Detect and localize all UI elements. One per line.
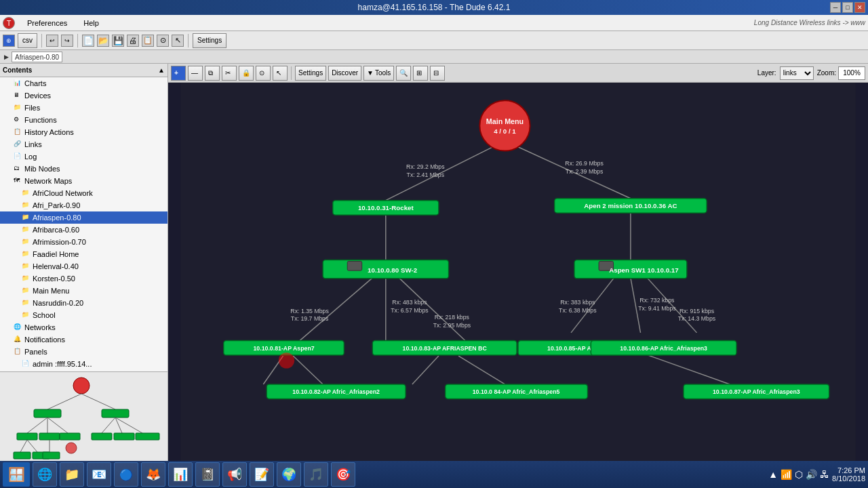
taskbar-mail[interactable]: 📧 — [87, 462, 111, 487]
tree-label-22: Panels — [24, 348, 47, 356]
undo-button[interactable]: ↩ — [46, 35, 58, 47]
addr-arrow: ▶ — [4, 54, 9, 60]
lasso-map-button[interactable]: ⊙ — [256, 66, 271, 81]
sidebar-tree[interactable]: 📊Charts🖥Devices📁Files⚙Functions📋History … — [0, 77, 167, 371]
sidebar-item-20[interactable]: 🌐Networks — [0, 321, 167, 333]
sidebar-item-2[interactable]: 📁Files — [0, 102, 167, 114]
layer-select[interactable]: links nodes — [780, 66, 814, 80]
sidebar-scroll-up[interactable]: ▲ — [158, 66, 165, 74]
sidebar-item-1[interactable]: 🖥Devices — [0, 89, 167, 102]
zoom-fit-button[interactable]: ⊞ — [413, 66, 428, 81]
sidebar-item-19[interactable]: 📁School — [0, 309, 167, 321]
svg-line-8 — [102, 418, 115, 433]
sidebar-item-17[interactable]: 📁Main Menu — [0, 285, 167, 297]
svg-text:Rx:  26.9 Mbps: Rx: 26.9 Mbps — [565, 160, 604, 167]
taskbar-clock: 7:26 PM 8/10/2018 — [832, 466, 865, 483]
zoom-input[interactable]: 100% — [838, 66, 865, 80]
taskbar-app2[interactable]: 🎯 — [331, 462, 355, 487]
sep2 — [77, 34, 78, 47]
main-toolbar: ⊕ csv ↩ ↪ 📄 📂 💾 🖨 📋 ⊙ ↖ Settings — [0, 31, 868, 50]
sep3 — [188, 34, 189, 47]
svg-text:4 / 0 / 1: 4 / 0 / 1 — [494, 127, 516, 135]
svg-point-56 — [479, 100, 530, 150]
svg-text:Tx:  2.95 Mbps: Tx: 2.95 Mbps — [433, 322, 471, 329]
sidebar-item-6[interactable]: 📄Log — [0, 150, 167, 163]
start-button[interactable]: 🪟 — [3, 462, 30, 487]
tree-icon-14: 📁 — [22, 250, 30, 258]
tree-label-2: Files — [24, 104, 40, 112]
search-map-button[interactable]: 🔍 — [396, 66, 411, 81]
new-button[interactable]: ⊕ — [3, 35, 15, 47]
minimize-button[interactable]: ─ — [830, 2, 841, 13]
map-toolbar: + — ⧉ ✂ 🔒 ⊙ ↖ Settings Discover ▼ Tools … — [168, 64, 868, 83]
preferences-menu[interactable]: Preferences — [23, 18, 71, 28]
sidebar-item-22[interactable]: 📋Panels — [0, 346, 167, 358]
tray-up-arrow[interactable]: ▲ — [768, 469, 778, 480]
discover-label: Discover — [332, 69, 358, 77]
remove-button[interactable]: — — [188, 66, 203, 81]
taskbar-chrome[interactable]: 🔵 — [114, 462, 138, 487]
sidebar-item-7[interactable]: 🗂Mib Nodes — [0, 163, 167, 175]
svg-line-7 — [47, 418, 68, 433]
tree-icon-1: 🖥 — [14, 92, 22, 100]
sidebar-item-10[interactable]: 📁Afri_Park-0.90 — [0, 199, 167, 211]
tree-label-18: Nasruddin-0.20 — [33, 299, 83, 307]
sidebar-item-8[interactable]: 🗺Network Maps — [0, 175, 167, 187]
svg-text:Tx:  6.57 Mbps: Tx: 6.57 Mbps — [391, 307, 429, 314]
sidebar-item-13[interactable]: 📁Afrimission-0.70 — [0, 236, 167, 248]
svg-text:Main Menu: Main Menu — [486, 117, 524, 125]
settings-button[interactable]: Settings — [193, 33, 226, 48]
paste-button[interactable]: 📋 — [142, 35, 154, 47]
pointer-button[interactable]: ↖ — [172, 35, 184, 47]
taskbar-word[interactable]: 📝 — [250, 462, 274, 487]
tools-button[interactable]: ▼ Tools — [363, 66, 394, 81]
taskbar-explorer[interactable]: 📁 — [60, 462, 84, 487]
sidebar-item-15[interactable]: 📁Helenval-0.40 — [0, 260, 167, 272]
open-button[interactable]: 📂 — [97, 35, 109, 47]
sidebar-item-21[interactable]: 🔔Notifications — [0, 333, 167, 346]
taskbar-ie[interactable]: 🌐 — [33, 462, 57, 487]
help-menu[interactable]: Help — [79, 18, 103, 28]
map-settings-button[interactable]: Settings — [295, 66, 326, 81]
sidebar-item-16[interactable]: 📁Korsten-0.50 — [0, 272, 167, 285]
network-map[interactable]: Rx: 29.2 Mbps Tx: 2.41 Mbps Rx: 26.9 Mbp… — [168, 83, 868, 466]
save-button[interactable]: 💾 — [112, 35, 124, 47]
print-button[interactable]: 🖨 — [127, 35, 139, 47]
sidebar-item-5[interactable]: 🔗Links — [0, 138, 167, 150]
sidebar-item-9[interactable]: 📁AfriCloud Network — [0, 187, 167, 199]
sidebar-item-0[interactable]: 📊Charts — [0, 77, 167, 89]
pointer-map-button[interactable]: ↖ — [273, 66, 288, 81]
sidebar-item-18[interactable]: 📁Nasruddin-0.20 — [0, 297, 167, 309]
csv-button[interactable]: csv — [18, 33, 37, 48]
svg-text:Rx:  29.2 Mbps: Rx: 29.2 Mbps — [406, 163, 445, 170]
taskbar-ie2[interactable]: 🌍 — [277, 462, 301, 487]
tree-icon-22: 📋 — [14, 348, 22, 356]
taskbar-vlc[interactable]: 🎵 — [304, 462, 328, 487]
sidebar-item-11[interactable]: 📁Afriaspen-0.80 — [0, 211, 167, 224]
taskbar-ppt[interactable]: 📢 — [222, 462, 247, 487]
duplicate-button[interactable]: ⧉ — [205, 66, 220, 81]
close-button[interactable]: ✕ — [854, 2, 865, 13]
sidebar-item-12[interactable]: 📁Afribarca-0.60 — [0, 224, 167, 236]
sidebar-item-3[interactable]: ⚙Functions — [0, 114, 167, 126]
taskbar-onenote[interactable]: 📓 — [195, 462, 220, 487]
add-node-button[interactable]: + — [171, 66, 186, 81]
taskbar-firefox[interactable]: 🦊 — [141, 462, 165, 487]
sidebar-item-23[interactable]: 📄admin :ffff.95.14... — [0, 358, 167, 370]
cut-button[interactable]: ✂ — [222, 66, 237, 81]
new-map-button[interactable]: 📄 — [82, 35, 94, 47]
discover-button[interactable]: Discover — [328, 66, 361, 81]
lasso-button[interactable]: ⊙ — [157, 35, 169, 47]
title-bar: hamza@41.165.16.158 - The Dude 6.42.1 ─ … — [0, 0, 868, 15]
sidebar-item-14[interactable]: 📁Faadiel Home — [0, 248, 167, 260]
svg-line-18 — [27, 440, 37, 452]
maximize-button[interactable]: □ — [842, 2, 853, 13]
sidebar-item-4[interactable]: 📋History Actions — [0, 126, 167, 138]
tree-label-16: Korsten-0.50 — [33, 274, 75, 283]
taskbar-excel[interactable]: 📊 — [168, 462, 193, 487]
tree-label-23: admin :ffff.95.14... — [33, 360, 92, 368]
lock-button[interactable]: 🔒 — [239, 66, 254, 81]
network-svg: Rx: 29.2 Mbps Tx: 2.41 Mbps Rx: 26.9 Mbp… — [168, 83, 868, 466]
redo-button[interactable]: ↪ — [61, 35, 73, 47]
zoom-select-button[interactable]: ⊟ — [430, 66, 445, 81]
